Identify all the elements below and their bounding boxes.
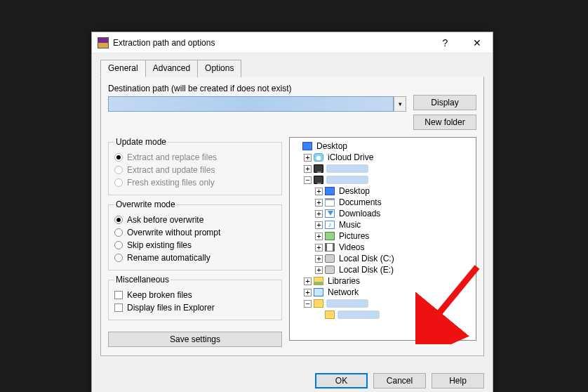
opt-display-explorer[interactable]: Display files in Explorer (114, 301, 276, 314)
folder-tree[interactable]: Desktop +iCloud Drive +(redacted) −(reda… (289, 137, 476, 341)
expand-icon[interactable]: + (315, 221, 323, 229)
opt-extract-update[interactable]: Extract and update files (114, 164, 276, 176)
tree-node-videos[interactable]: +Videos (293, 242, 473, 253)
collapse-icon[interactable]: − (304, 300, 312, 308)
user-icon (314, 164, 323, 173)
tree-node-downloads[interactable]: +Downloads (293, 208, 473, 219)
tab-page-general: Destination path (will be created if doe… (100, 77, 484, 356)
expand-icon[interactable]: + (304, 277, 312, 285)
radio-icon (114, 216, 123, 224)
titlebar: Extraction path and options ? ✕ (92, 32, 493, 53)
radio-icon (114, 241, 123, 249)
close-button[interactable]: ✕ (461, 32, 493, 53)
tree-node-icloud[interactable]: +iCloud Drive (293, 152, 473, 163)
disk-icon (325, 266, 335, 274)
radio-icon (114, 228, 123, 237)
desktop-icon (325, 187, 335, 195)
new-folder-button[interactable]: New folder (413, 115, 476, 130)
save-settings-button[interactable]: Save settings (108, 332, 282, 347)
destination-path-input[interactable] (108, 96, 394, 112)
destination-path-combo[interactable]: ▾ (108, 96, 406, 112)
opt-fresh-only[interactable]: Fresh existing files only (114, 176, 276, 189)
group-misc: Miscellaneous Keep broken files Display … (108, 275, 282, 320)
window-title: Extraction path and options (113, 38, 429, 48)
radio-icon (114, 153, 123, 162)
pc-icon (314, 176, 323, 184)
expand-icon[interactable]: + (315, 244, 323, 251)
tree-node-disk-e[interactable]: +Local Disk (E:) (293, 264, 473, 275)
display-button[interactable]: Display (413, 95, 476, 110)
folder-icon (325, 311, 335, 319)
opt-ask-overwrite[interactable]: Ask before overwrite (114, 214, 276, 226)
videos-icon (325, 243, 335, 251)
expand-icon[interactable]: + (315, 188, 323, 195)
radio-icon (114, 254, 123, 262)
help-button[interactable]: ? (429, 32, 461, 53)
expand-icon[interactable]: + (315, 255, 323, 263)
dialog-extraction-options: Extraction path and options ? ✕ General … (91, 32, 493, 392)
opt-extract-replace[interactable]: Extract and replace files (114, 151, 276, 164)
ok-button[interactable]: OK (315, 373, 368, 388)
tree-node-pc[interactable]: −(redacted) (293, 174, 473, 185)
cancel-button[interactable]: Cancel (373, 373, 426, 388)
folder-icon (314, 299, 323, 308)
libraries-icon (314, 277, 323, 285)
tree-node-folder-a[interactable]: −(redacted) (293, 298, 473, 309)
opt-overwrite-noprompt[interactable]: Overwrite without prompt (114, 226, 276, 239)
tree-node-network[interactable]: +Network (293, 287, 473, 298)
checkbox-icon (114, 291, 123, 299)
opt-skip-existing[interactable]: Skip existing files (114, 239, 276, 251)
group-update-mode: Update mode Extract and replace files Ex… (108, 137, 282, 195)
disk-icon (325, 254, 335, 263)
tree-node-folder-b[interactable]: (redacted) (293, 309, 473, 320)
cloud-icon (314, 153, 323, 162)
tab-advanced[interactable]: Advanced (145, 60, 198, 77)
misc-legend: Miscellaneous (114, 275, 171, 285)
tree-node-desktop[interactable]: Desktop (293, 141, 473, 152)
checkbox-icon (114, 303, 123, 312)
collapse-icon[interactable]: − (304, 176, 312, 184)
expand-icon[interactable]: + (315, 199, 323, 207)
radio-icon (114, 178, 123, 187)
tree-node-pictures[interactable]: +Pictures (293, 230, 473, 242)
tree-node-music[interactable]: +♪Music (293, 219, 473, 230)
winrar-icon (98, 37, 109, 48)
destination-path-dropdown[interactable]: ▾ (394, 96, 406, 112)
tree-node-disk-c[interactable]: +Local Disk (C:) (293, 253, 473, 264)
expand-icon[interactable]: + (304, 165, 312, 173)
help-button-bottom[interactable]: Help (432, 373, 484, 388)
pictures-icon (325, 232, 335, 240)
tree-node-pc-desktop[interactable]: +Desktop (293, 185, 473, 197)
overwrite-mode-legend: Overwrite mode (114, 200, 177, 209)
tab-options[interactable]: Options (197, 60, 241, 77)
tab-general[interactable]: General (100, 60, 146, 77)
expand-icon[interactable]: + (315, 210, 323, 218)
tree-node-documents[interactable]: +Documents (293, 197, 473, 208)
dialog-button-row: OK Cancel Help (92, 366, 493, 392)
documents-icon (325, 198, 335, 207)
expand-icon[interactable]: + (304, 154, 312, 162)
music-icon: ♪ (325, 221, 335, 229)
expand-icon[interactable]: + (304, 289, 312, 296)
network-icon (314, 288, 323, 296)
desktop-icon (302, 142, 312, 150)
destination-path-label: Destination path (will be created if doe… (108, 84, 406, 93)
tree-node-libraries[interactable]: +Libraries (293, 275, 473, 287)
radio-icon (114, 166, 123, 174)
tab-strip: General Advanced Options (100, 59, 484, 77)
dialog-content: General Advanced Options Destination pat… (92, 53, 493, 366)
opt-rename-auto[interactable]: Rename automatically (114, 251, 276, 264)
tree-node-user[interactable]: +(redacted) (293, 163, 473, 174)
update-mode-legend: Update mode (114, 137, 168, 147)
downloads-icon (325, 209, 335, 218)
expand-icon[interactable]: + (315, 266, 323, 274)
group-overwrite-mode: Overwrite mode Ask before overwrite Over… (108, 200, 282, 270)
expand-icon[interactable]: + (315, 233, 323, 240)
opt-keep-broken[interactable]: Keep broken files (114, 289, 276, 301)
